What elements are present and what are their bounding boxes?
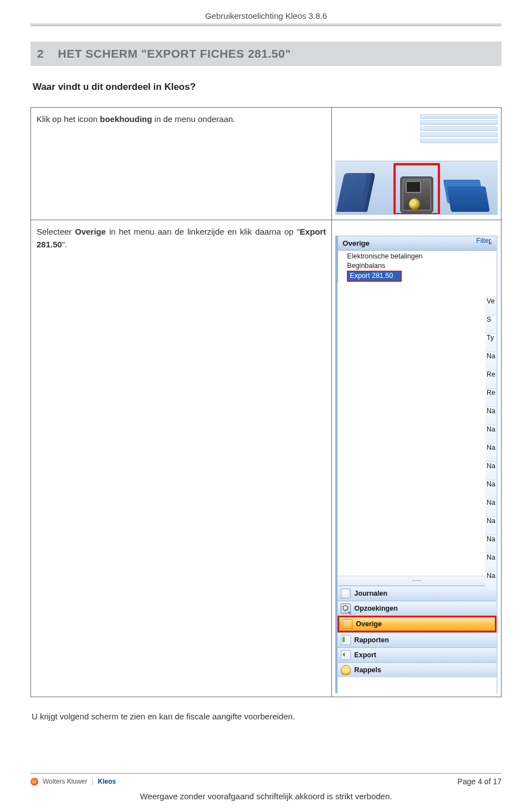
export-icon [341, 650, 351, 660]
resize-handle[interactable]: ····· [337, 576, 497, 586]
nav-opzoekingen[interactable]: Opzoekingen [337, 601, 497, 616]
section-intro: Waar vindt u dit onderdeel in Kleos? [30, 82, 502, 93]
page-number: Page 4 of 17 [458, 777, 502, 786]
wolters-kluwer-logo-icon [30, 778, 38, 785]
journal-icon [341, 588, 351, 598]
search-icon [341, 603, 351, 613]
brand-wolters-kluwer: Wolters Kluwer [43, 778, 87, 785]
toolbar-strip [335, 161, 498, 215]
brand-separator: | [91, 778, 93, 785]
step-1-visual [332, 108, 502, 220]
folders-icon[interactable] [340, 170, 385, 214]
papers-decoration [403, 111, 498, 159]
document-title: Gebruikerstoelichting Kleos 3.8.6 [30, 11, 502, 21]
page-footer: Wolters Kluwer | Kleos Page 4 of 17 Weer… [30, 773, 502, 801]
subitem-beginbalans[interactable]: Beginbalans [347, 261, 497, 271]
footer-brand: Wolters Kluwer | Kleos [30, 778, 116, 785]
boekhouding-icon[interactable] [393, 163, 440, 215]
steps-table: Klik op het icoon boekhouding in de menu… [30, 107, 502, 697]
section-title: HET SCHERM "EXPORT FICHES 281.50" [58, 47, 291, 60]
section-heading: 2 HET SCHERM "EXPORT FICHES 281.50" [30, 42, 502, 66]
box-icon[interactable] [449, 170, 493, 214]
panel-sublist: Elektronische betalingen Beginbalans Exp… [337, 251, 497, 283]
bell-icon [341, 665, 351, 675]
step-2-text: Selecteer Overige in het menu aan de lin… [31, 220, 332, 697]
filter-label[interactable]: Filter [476, 237, 491, 245]
panel-heading-overige[interactable]: Overige « [337, 236, 497, 251]
subitem-export-28150[interactable]: Export 281.50 [347, 271, 402, 282]
step-2-visual: Filter Overige « Elektronische betalinge… [332, 220, 502, 697]
step-1-text: Klik op het icoon boekhouding in de menu… [31, 108, 332, 220]
grid-column-fragments: Ve S Ty Na Re Re Na Na Na Na Na Na Na Na [485, 297, 497, 590]
nav-overige[interactable]: Overige [337, 616, 497, 632]
nav-rappels[interactable]: Rappels [337, 662, 497, 677]
nav-journalen[interactable]: Journalen [337, 586, 497, 601]
report-icon [341, 635, 351, 645]
nav-export[interactable]: Export [337, 647, 497, 662]
after-steps-text: U krijgt volgend scherm te zien en kan d… [30, 712, 502, 721]
header-rule [30, 24, 502, 26]
footer-disclaimer: Weergave zonder voorafgaand schriftelijk… [30, 791, 502, 801]
subitem-elektronische-betalingen[interactable]: Elektronische betalingen [347, 252, 497, 261]
folder-icon [342, 619, 352, 629]
brand-kleos: Kleos [98, 778, 116, 785]
nav-rapporten[interactable]: Rapporten [337, 632, 497, 647]
section-number: 2 [37, 47, 44, 60]
